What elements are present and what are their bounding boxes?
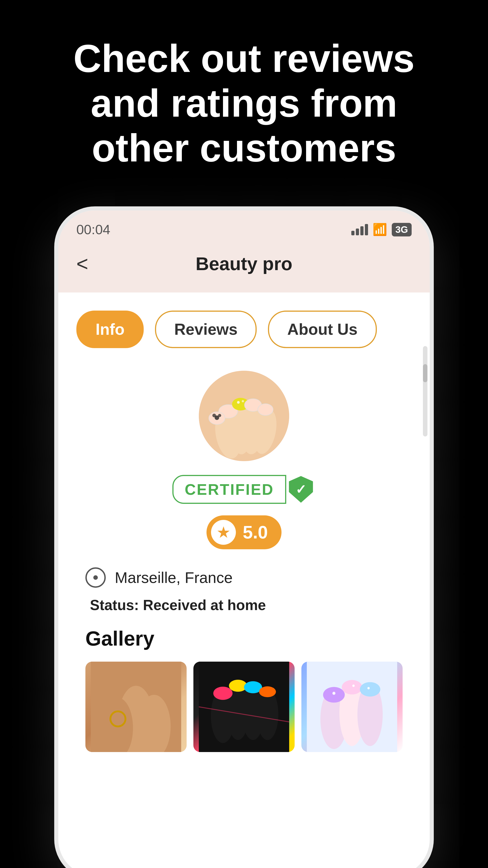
svg-point-14	[218, 414, 221, 417]
location-text: Marseille, France	[115, 569, 233, 586]
tabs-row: Info Reviews About Us	[76, 311, 412, 348]
svg-point-10	[242, 400, 244, 402]
svg-point-42	[367, 687, 370, 689]
app-title: Beauty pro	[196, 253, 292, 274]
tab-reviews[interactable]: Reviews	[155, 311, 257, 348]
scrollbar-thumb[interactable]	[423, 364, 427, 382]
svg-point-28	[213, 687, 232, 700]
gallery-item-3[interactable]	[301, 662, 402, 752]
status-bar: 00:04 📶 3G	[58, 211, 430, 244]
svg-point-13	[213, 414, 216, 417]
gallery-item-2[interactable]	[193, 662, 295, 752]
status-time: 00:04	[76, 222, 110, 237]
svg-point-8	[258, 404, 273, 415]
headline-section: Check out reviews and ratings from other…	[0, 0, 488, 193]
battery-icon: 3G	[392, 223, 412, 237]
svg-point-9	[237, 401, 240, 404]
content-area: Info Reviews About Us	[58, 292, 430, 766]
svg-point-39	[360, 682, 381, 697]
gallery-title: Gallery	[86, 627, 402, 650]
rating-star-circle: ★	[211, 520, 236, 545]
svg-point-41	[352, 685, 355, 687]
certified-badge: CERTIFIED ✓	[172, 475, 316, 504]
location-icon	[86, 567, 106, 588]
location-row: Marseille, France	[86, 567, 402, 588]
svg-text:✓: ✓	[295, 483, 306, 497]
rating-value: 5.0	[242, 522, 268, 543]
avatar	[199, 371, 289, 461]
app-header: < Beauty pro	[58, 244, 430, 292]
wifi-icon: 📶	[372, 223, 387, 237]
profile-section: CERTIFIED ✓ ★ 5.0	[76, 371, 412, 549]
star-icon: ★	[217, 523, 231, 541]
headline-text: Check out reviews and ratings from other…	[27, 36, 461, 170]
gallery-item-1[interactable]	[86, 662, 187, 752]
rating-badge: ★ 5.0	[206, 515, 281, 549]
gallery-grid	[86, 662, 402, 752]
svg-point-40	[332, 692, 335, 695]
tab-info[interactable]: Info	[76, 311, 144, 348]
back-button[interactable]: <	[76, 252, 88, 276]
status-icons: 📶 3G	[351, 223, 412, 237]
gallery-section: Gallery	[76, 627, 412, 752]
phone-wrapper: 00:04 📶 3G < Beauty pro Info	[0, 193, 488, 868]
status-text: Status: Received at home	[86, 597, 402, 614]
scrollbar[interactable]	[423, 346, 427, 436]
signal-icon	[351, 224, 368, 235]
certified-label: CERTIFIED	[172, 475, 287, 504]
tab-about-us[interactable]: About Us	[268, 311, 377, 348]
certified-shield-icon: ✓	[286, 475, 316, 504]
svg-point-31	[259, 686, 276, 698]
location-section: Marseille, France Status: Received at ho…	[76, 567, 412, 614]
location-dot	[93, 575, 98, 580]
svg-point-38	[342, 680, 362, 694]
phone-frame: 00:04 📶 3G < Beauty pro Info	[54, 206, 434, 868]
